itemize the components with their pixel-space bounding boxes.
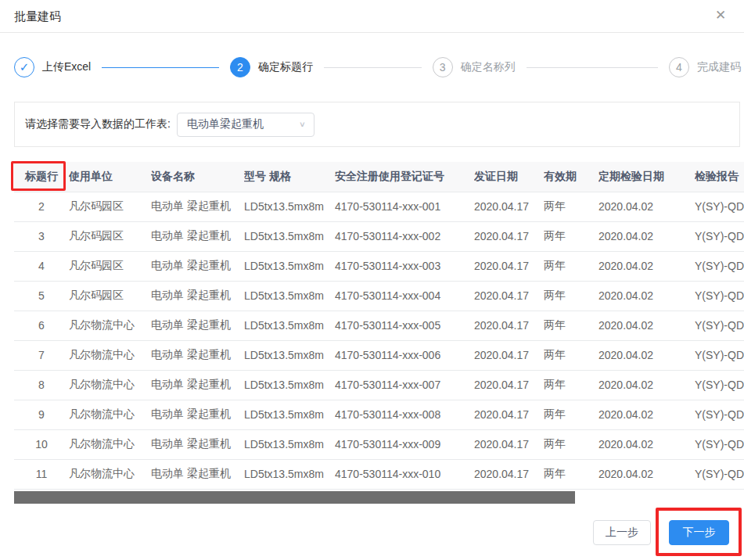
cell-row-no: 4 xyxy=(14,251,69,281)
cell-model: LD5tx13.5mx8m xyxy=(244,429,335,459)
cell-report-no: Y(SY)-QD xyxy=(695,251,744,281)
column-header-model: 型号 规格 xyxy=(244,162,335,192)
cell-validity: 两年 xyxy=(544,400,598,429)
column-header-validity: 有效期 xyxy=(544,162,598,192)
table-row[interactable]: 8凡尔物流中心电动单 梁起重机LD5tx13.5mx8m4170-530114-… xyxy=(14,370,744,400)
table-row[interactable]: 5凡尔码园区电动单 梁起重机LD5tx13.5mx8m4170-530114-x… xyxy=(14,281,744,311)
cell-unit: 凡尔码园区 xyxy=(69,281,151,311)
cell-model: LD5tx13.5mx8m xyxy=(244,340,335,370)
column-header-reg-no: 安全注册使用登记证号 xyxy=(335,162,474,192)
step-number: 3 xyxy=(433,57,453,77)
cell-device: 电动单 梁起重机 xyxy=(151,400,244,429)
worksheet-section: 请选择需要导入数据的工作表: 电动单梁起重机 ∨ xyxy=(14,102,740,147)
table-row[interactable]: 11凡尔物流中心电动单 梁起重机LD5tx13.5mx8m4170-530114… xyxy=(14,459,744,489)
cell-reg-no: 4170-530114-xxx-005 xyxy=(335,311,474,340)
cell-model: LD5tx13.5mx8m xyxy=(244,251,335,281)
cell-report-no: Y(SY)-QD xyxy=(695,311,744,340)
cell-model: LD5tx13.5mx8m xyxy=(244,370,335,400)
table-row[interactable]: 2凡尔码园区电动单 梁起重机LD5tx13.5mx8m4170-530114-x… xyxy=(14,192,744,221)
cell-unit: 凡尔物流中心 xyxy=(69,400,151,429)
dialog-header: 批量建码 ✕ xyxy=(0,0,744,33)
cell-issue-date: 2020.04.17 xyxy=(474,340,544,370)
cell-row-no: 9 xyxy=(14,400,69,429)
table-header-row: 标题行 使用单位 设备名称 型号 规格 安全注册使用登记证号 发证日期 有效期 … xyxy=(14,162,744,192)
step-number: 4 xyxy=(669,57,689,77)
cell-validity: 两年 xyxy=(544,192,598,221)
cell-issue-date: 2020.04.17 xyxy=(474,311,544,340)
cell-report-no: Y(SY)-QD xyxy=(695,221,744,251)
cell-report-no: Y(SY)-QD xyxy=(695,400,744,429)
cell-issue-date: 2020.04.17 xyxy=(474,400,544,429)
cell-model: LD5tx13.5mx8m xyxy=(244,311,335,340)
cell-row-no: 6 xyxy=(14,311,69,340)
cell-issue-date: 2020.04.17 xyxy=(474,281,544,311)
cell-validity: 两年 xyxy=(544,311,598,340)
cell-report-no: Y(SY)-QD xyxy=(695,340,744,370)
cell-validity: 两年 xyxy=(544,251,598,281)
cell-row-no: 7 xyxy=(14,340,69,370)
cell-inspect-date: 2020.04.02 xyxy=(598,221,695,251)
worksheet-select[interactable]: 电动单梁起重机 ∨ xyxy=(177,113,314,137)
previous-step-button[interactable]: 上一步 xyxy=(593,520,651,545)
column-header-issue-date: 发证日期 xyxy=(474,162,544,192)
step-label: 完成建码 xyxy=(697,60,741,74)
step-finish: 4 完成建码 xyxy=(669,57,741,77)
cell-inspect-date: 2020.04.02 xyxy=(598,400,695,429)
cell-device: 电动单 梁起重机 xyxy=(151,340,244,370)
cell-validity: 两年 xyxy=(544,370,598,400)
cell-validity: 两年 xyxy=(544,281,598,311)
step-connector xyxy=(102,67,219,68)
cell-report-no: Y(SY)-QD xyxy=(695,281,744,311)
wizard-stepper: ✓ 上传Excel 2 确定标题行 3 确定名称列 4 完成建码 xyxy=(14,56,741,78)
chevron-down-icon: ∨ xyxy=(299,120,306,128)
column-header-inspect-date: 定期检验日期 xyxy=(598,162,695,192)
step-upload-excel: ✓ 上传Excel xyxy=(14,57,91,77)
step-label: 确定标题行 xyxy=(258,60,313,74)
cell-inspect-date: 2020.04.02 xyxy=(598,340,695,370)
cell-model: LD5tx13.5mx8m xyxy=(244,192,335,221)
cell-row-no: 5 xyxy=(14,281,69,311)
table-row[interactable]: 3凡尔码园区电动单 梁起重机LD5tx13.5mx8m4170-530114-x… xyxy=(14,221,744,251)
close-button[interactable]: ✕ xyxy=(711,6,730,25)
column-header-device: 设备名称 xyxy=(151,162,244,192)
cell-device: 电动单 梁起重机 xyxy=(151,311,244,340)
cell-validity: 两年 xyxy=(544,459,598,489)
step-number: 2 xyxy=(230,57,250,77)
cell-issue-date: 2020.04.17 xyxy=(474,251,544,281)
cell-unit: 凡尔物流中心 xyxy=(69,370,151,400)
cell-inspect-date: 2020.04.02 xyxy=(598,459,695,489)
cell-issue-date: 2020.04.17 xyxy=(474,429,544,459)
cell-model: LD5tx13.5mx8m xyxy=(244,221,335,251)
table-row[interactable]: 4凡尔码园区电动单 梁起重机LD5tx13.5mx8m4170-530114-x… xyxy=(14,251,744,281)
next-step-button[interactable]: 下一步 xyxy=(669,520,729,545)
cell-unit: 凡尔物流中心 xyxy=(69,429,151,459)
table-row[interactable]: 6凡尔物流中心电动单 梁起重机LD5tx13.5mx8m4170-530114-… xyxy=(14,311,744,340)
cell-validity: 两年 xyxy=(544,221,598,251)
cell-inspect-date: 2020.04.02 xyxy=(598,370,695,400)
cell-issue-date: 2020.04.17 xyxy=(474,221,544,251)
step-label: 确定名称列 xyxy=(461,60,516,74)
horizontal-scrollbar[interactable] xyxy=(14,491,575,504)
cell-report-no: Y(SY)-QD xyxy=(695,192,744,221)
table-body: 2凡尔码园区电动单 梁起重机LD5tx13.5mx8m4170-530114-x… xyxy=(14,192,744,489)
cell-device: 电动单 梁起重机 xyxy=(151,459,244,489)
table-row[interactable]: 9凡尔物流中心电动单 梁起重机LD5tx13.5mx8m4170-530114-… xyxy=(14,400,744,429)
cell-unit: 凡尔码园区 xyxy=(69,251,151,281)
cell-inspect-date: 2020.04.02 xyxy=(598,251,695,281)
cell-unit: 凡尔码园区 xyxy=(69,192,151,221)
cell-device: 电动单 梁起重机 xyxy=(151,281,244,311)
column-header-title-row: 标题行 xyxy=(14,162,69,192)
cell-issue-date: 2020.04.17 xyxy=(474,370,544,400)
table-row[interactable]: 10凡尔物流中心电动单 梁起重机LD5tx13.5mx8m4170-530114… xyxy=(14,429,744,459)
cell-row-no: 3 xyxy=(14,221,69,251)
cell-device: 电动单 梁起重机 xyxy=(151,251,244,281)
cell-reg-no: 4170-530114-xxx-008 xyxy=(335,400,474,429)
cell-unit: 凡尔物流中心 xyxy=(69,340,151,370)
step-label: 上传Excel xyxy=(42,60,91,74)
check-icon: ✓ xyxy=(14,57,34,77)
cell-report-no: Y(SY)-QD xyxy=(695,429,744,459)
cell-report-no: Y(SY)-QD xyxy=(695,370,744,400)
cell-reg-no: 4170-530114-xxx-002 xyxy=(335,221,474,251)
table-row[interactable]: 7凡尔物流中心电动单 梁起重机LD5tx13.5mx8m4170-530114-… xyxy=(14,340,744,370)
preview-table: 标题行 使用单位 设备名称 型号 规格 安全注册使用登记证号 发证日期 有效期 … xyxy=(14,162,744,490)
